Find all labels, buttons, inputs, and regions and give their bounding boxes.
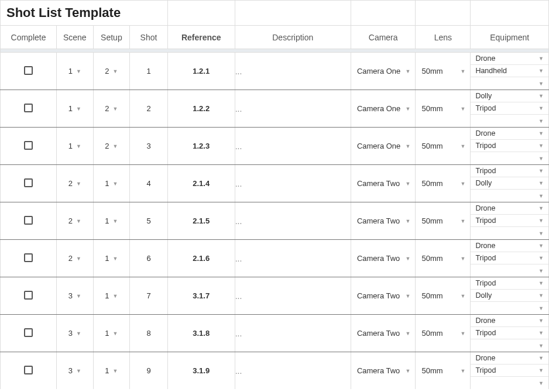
camera-dropdown[interactable]: Camera One▼ xyxy=(351,53,416,90)
camera-dropdown[interactable]: Camera Two▼ xyxy=(351,202,416,239)
setup-value: 1 xyxy=(105,366,109,375)
equipment-dropdown[interactable]: Drone▼ xyxy=(471,53,548,65)
chevron-down-icon: ▼ xyxy=(538,355,544,361)
lens-dropdown[interactable]: 50mm▼ xyxy=(416,90,470,127)
setup-dropdown[interactable]: 2▼ xyxy=(94,128,130,164)
camera-dropdown[interactable]: Camera Two▼ xyxy=(351,352,416,389)
shot-cell: 3 xyxy=(130,128,168,165)
description-cell[interactable]: ... xyxy=(235,165,351,202)
equipment-dropdown[interactable]: Dolly▼ xyxy=(471,177,548,190)
equipment-dropdown[interactable]: Tripod▼ xyxy=(471,252,548,264)
setup-dropdown[interactable]: 2▼ xyxy=(94,53,130,90)
equipment-dropdown[interactable]: Handheld▼ xyxy=(471,65,548,77)
lens-dropdown[interactable]: 50mm▼ xyxy=(416,165,470,202)
description-cell[interactable]: ... xyxy=(235,277,351,315)
setup-dropdown[interactable]: 1▼ xyxy=(94,165,130,202)
scene-dropdown[interactable]: 2▼ xyxy=(57,165,93,202)
description-cell[interactable]: ... xyxy=(235,240,351,277)
camera-dropdown[interactable]: Camera Two▼ xyxy=(351,277,416,314)
table-row: 3▼1▼93.1.9...Camera Two▼50mm▼Drone▼Tripo… xyxy=(1,352,549,390)
equipment-dropdown[interactable]: ▼ xyxy=(471,227,548,239)
equipment-dropdown[interactable]: Tripod▼ xyxy=(471,140,548,152)
equipment-dropdown[interactable]: ▼ xyxy=(471,77,548,90)
equipment-dropdown[interactable]: Tripod▼ xyxy=(471,165,548,177)
equipment-dropdown[interactable]: Drone▼ xyxy=(471,128,548,140)
complete-checkbox[interactable] xyxy=(24,216,33,225)
description-cell[interactable]: ... xyxy=(235,202,351,240)
scene-dropdown[interactable]: 1▼ xyxy=(57,53,93,90)
complete-checkbox[interactable] xyxy=(24,253,33,262)
equipment-dropdown[interactable]: Drone▼ xyxy=(471,352,548,365)
equipment-dropdown[interactable]: ▼ xyxy=(471,339,548,352)
camera-dropdown[interactable]: Camera Two▼ xyxy=(351,240,416,277)
setup-value: 1 xyxy=(105,254,109,263)
equipment-dropdown[interactable]: Drone▼ xyxy=(471,202,548,215)
scene-dropdown[interactable]: 3▼ xyxy=(57,352,93,389)
lens-dropdown[interactable]: 50mm▼ xyxy=(416,315,470,352)
complete-checkbox[interactable] xyxy=(24,328,33,337)
lens-dropdown[interactable]: 50mm▼ xyxy=(416,352,470,389)
equipment-dropdown[interactable]: Tripod▼ xyxy=(471,327,548,339)
equipment-dropdown[interactable]: Dolly▼ xyxy=(471,290,548,302)
equipment-cell: Drone▼Tripod▼▼ xyxy=(471,202,549,240)
camera-dropdown[interactable]: Camera Two▼ xyxy=(351,165,416,202)
reference-value: 3.1.9 xyxy=(193,366,210,375)
chevron-down-icon: ▼ xyxy=(406,181,411,187)
equipment-dropdown[interactable]: ▼ xyxy=(471,190,548,202)
equipment-dropdown[interactable]: ▼ xyxy=(471,377,548,389)
complete-checkbox[interactable] xyxy=(24,66,33,75)
chevron-down-icon: ▼ xyxy=(538,255,544,261)
complete-checkbox[interactable] xyxy=(24,104,33,112)
chevron-down-icon: ▼ xyxy=(76,293,81,299)
equipment-dropdown[interactable]: ▼ xyxy=(471,152,548,164)
setup-dropdown[interactable]: 1▼ xyxy=(94,352,130,389)
setup-dropdown[interactable]: 1▼ xyxy=(94,277,130,314)
camera-dropdown[interactable]: Camera One▼ xyxy=(351,90,416,127)
complete-checkbox[interactable] xyxy=(24,141,33,150)
complete-checkbox[interactable] xyxy=(24,291,33,300)
scene-dropdown[interactable]: 1▼ xyxy=(57,128,93,164)
equipment-dropdown[interactable]: ▼ xyxy=(471,115,548,127)
scene-dropdown[interactable]: 1▼ xyxy=(57,90,93,127)
page-title: Shot List Template xyxy=(1,1,168,26)
description-cell[interactable]: ... xyxy=(235,53,351,90)
scene-dropdown[interactable]: 2▼ xyxy=(57,240,93,277)
camera-dropdown[interactable]: Camera Two▼ xyxy=(351,315,416,352)
equipment-dropdown[interactable]: Tripod▼ xyxy=(471,102,548,115)
camera-dropdown[interactable]: Camera One▼ xyxy=(351,128,416,164)
equipment-dropdown[interactable]: ▼ xyxy=(471,302,548,314)
description-cell[interactable]: ... xyxy=(235,315,351,352)
equipment-dropdown[interactable]: Drone▼ xyxy=(471,315,548,327)
description-cell[interactable]: ... xyxy=(235,90,351,128)
equipment-dropdown[interactable]: Tripod▼ xyxy=(471,215,548,227)
setup-cell: 1▼ xyxy=(93,165,130,202)
chevron-down-icon: ▼ xyxy=(406,256,411,262)
setup-dropdown[interactable]: 2▼ xyxy=(94,90,130,127)
equipment-dropdown[interactable]: Tripod▼ xyxy=(471,277,548,290)
shot-value: 6 xyxy=(146,254,150,263)
equipment-dropdown[interactable]: ▼ xyxy=(471,264,548,277)
chevron-down-icon: ▼ xyxy=(113,143,118,149)
scene-dropdown[interactable]: 3▼ xyxy=(57,277,93,314)
lens-dropdown[interactable]: 50mm▼ xyxy=(416,53,470,90)
camera-cell: Camera Two▼ xyxy=(351,352,416,390)
setup-dropdown[interactable]: 1▼ xyxy=(94,202,130,239)
scene-dropdown[interactable]: 3▼ xyxy=(57,315,93,352)
setup-dropdown[interactable]: 1▼ xyxy=(94,315,130,352)
setup-dropdown[interactable]: 1▼ xyxy=(94,240,130,277)
lens-dropdown[interactable]: 50mm▼ xyxy=(416,202,470,239)
complete-cell xyxy=(1,240,57,277)
description-cell[interactable]: ... xyxy=(235,352,351,390)
equipment-dropdown[interactable]: Drone▼ xyxy=(471,240,548,252)
equipment-dropdown[interactable]: Tripod▼ xyxy=(471,365,548,377)
complete-checkbox[interactable] xyxy=(24,178,33,187)
scene-dropdown[interactable]: 2▼ xyxy=(57,202,93,239)
equipment-dropdown[interactable]: Dolly▼ xyxy=(471,90,548,102)
lens-dropdown[interactable]: 50mm▼ xyxy=(416,277,470,314)
description-cell[interactable]: ... xyxy=(235,128,351,165)
equipment-stack: Tripod▼Dolly▼▼ xyxy=(471,165,548,202)
lens-dropdown[interactable]: 50mm▼ xyxy=(416,240,470,277)
chevron-down-icon: ▼ xyxy=(538,218,544,223)
lens-dropdown[interactable]: 50mm▼ xyxy=(416,128,470,164)
complete-checkbox[interactable] xyxy=(24,366,33,374)
